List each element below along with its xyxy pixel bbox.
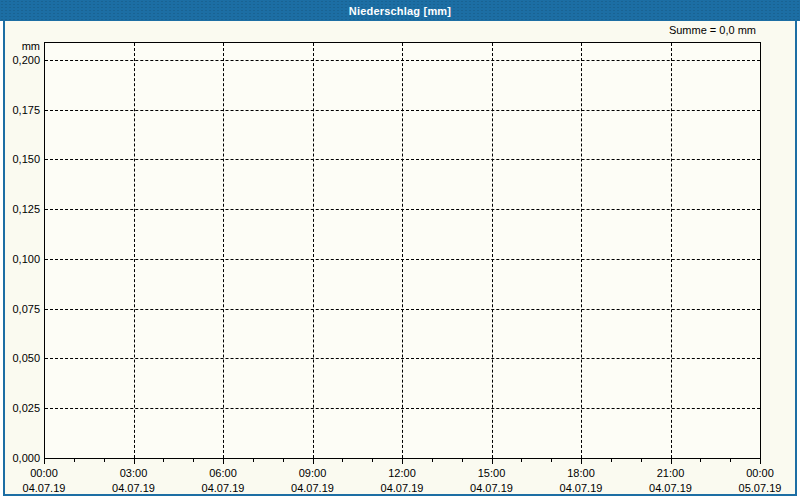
y-axis-unit-label: mm [0, 40, 40, 52]
x-major-tick [760, 459, 761, 464]
x-date-label: 04.07.19 [9, 482, 79, 494]
y-tick-label: 0,100 [0, 253, 40, 265]
x-date-label: 05.07.19 [725, 482, 795, 494]
x-minor-tick [700, 459, 701, 462]
x-major-tick [134, 459, 135, 464]
x-time-label: 09:00 [278, 467, 348, 479]
plot-area [44, 42, 761, 459]
y-tick-label: 0,125 [0, 203, 40, 215]
x-date-label: 04.07.19 [188, 482, 258, 494]
x-time-label: 00:00 [9, 467, 79, 479]
x-time-label: 06:00 [188, 467, 258, 479]
y-tick-label: 0,200 [0, 54, 40, 66]
x-time-label: 00:00 [725, 467, 795, 479]
x-minor-tick [611, 459, 612, 462]
x-gridline [313, 43, 314, 458]
x-date-label: 04.07.19 [99, 482, 169, 494]
x-major-tick [223, 459, 224, 464]
x-time-label: 21:00 [636, 467, 706, 479]
x-minor-tick [432, 459, 433, 462]
x-major-tick [402, 459, 403, 464]
x-minor-tick [521, 459, 522, 462]
x-date-label: 04.07.19 [367, 482, 437, 494]
x-minor-tick [372, 459, 373, 462]
x-time-label: 12:00 [367, 467, 437, 479]
y-tick-label: 0,075 [0, 303, 40, 315]
x-gridline [402, 43, 403, 458]
x-gridline [671, 43, 672, 458]
x-date-label: 04.07.19 [636, 482, 706, 494]
x-date-label: 04.07.19 [546, 482, 616, 494]
x-minor-tick [283, 459, 284, 462]
x-gridline [134, 43, 135, 458]
y-tick-label: 0,050 [0, 352, 40, 364]
x-major-tick [492, 459, 493, 464]
y-tick-label: 0,000 [0, 452, 40, 464]
x-major-tick [44, 459, 45, 464]
x-time-label: 03:00 [99, 467, 169, 479]
x-minor-tick [730, 459, 731, 462]
x-minor-tick [342, 459, 343, 462]
x-time-label: 15:00 [457, 467, 527, 479]
x-gridline [492, 43, 493, 458]
x-major-tick [313, 459, 314, 464]
sum-label: Summe = 0,0 mm [669, 24, 756, 37]
y-tick-label: 0,175 [0, 104, 40, 116]
chart-layer: Summe = 0,0 mm mm 0,2000,1750,1500,1250,… [0, 0, 800, 500]
x-minor-tick [253, 459, 254, 462]
x-minor-tick [641, 459, 642, 462]
x-minor-tick [74, 459, 75, 462]
x-gridline [581, 43, 582, 458]
y-tick-label: 0,025 [0, 402, 40, 414]
x-gridline [223, 43, 224, 458]
x-minor-tick [551, 459, 552, 462]
x-date-label: 04.07.19 [278, 482, 348, 494]
x-major-tick [581, 459, 582, 464]
x-minor-tick [104, 459, 105, 462]
x-minor-tick [163, 459, 164, 462]
x-time-label: 18:00 [546, 467, 616, 479]
x-minor-tick [462, 459, 463, 462]
x-minor-tick [193, 459, 194, 462]
x-date-label: 04.07.19 [457, 482, 527, 494]
precipitation-chart-panel: Niederschlag [mm] Summe = 0,0 mm mm 0,20… [0, 0, 800, 500]
x-major-tick [671, 459, 672, 464]
y-tick-label: 0,150 [0, 153, 40, 165]
